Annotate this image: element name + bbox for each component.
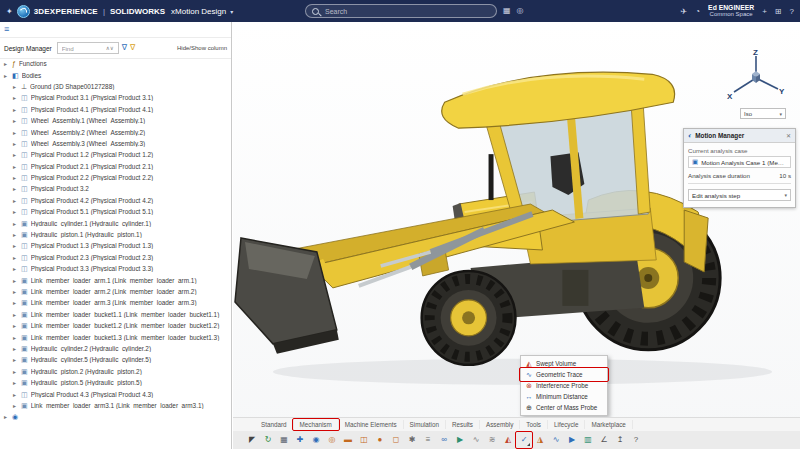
expand-chevron-icon[interactable]: ▸: [13, 254, 18, 261]
tree-item[interactable]: ▸ ▣ Link_member_loader_arm3.1 (Link_memb…: [0, 400, 231, 411]
expand-chevron-icon[interactable]: ▸: [4, 413, 9, 420]
tree-item[interactable]: ▸ ◫ Physical Product 1.2 (Physical Produ…: [0, 149, 231, 160]
help-tool-icon[interactable]: ?: [629, 433, 643, 447]
tree-item[interactable]: ▸ ⊥ Ground (3D Shape00127288): [0, 81, 231, 92]
coupler-icon[interactable]: ∞: [437, 433, 451, 447]
expand-chevron-icon[interactable]: ▸: [13, 391, 18, 398]
expand-chevron-icon[interactable]: ▸: [4, 60, 9, 67]
compass-logo-icon[interactable]: [17, 5, 30, 18]
expand-chevron-icon[interactable]: ▸: [13, 402, 18, 409]
tree-item[interactable]: ▸ ◫ Physical Product 2.1 (Physical Produ…: [0, 161, 231, 172]
tree-item[interactable]: ▸ ◫ Physical Product 3.1 (Physical Produ…: [0, 92, 231, 103]
expand-chevron-icon[interactable]: ▸: [13, 379, 18, 386]
home-icon[interactable]: ✦: [6, 7, 13, 16]
expand-chevron-icon[interactable]: ▸: [13, 231, 18, 238]
expand-chevron-icon[interactable]: ▸: [13, 334, 18, 341]
station-icon[interactable]: ▦: [503, 3, 511, 18]
tree-item[interactable]: ▸ ▣ Link_member_loader_bucket1.3 (Link_m…: [0, 331, 231, 342]
view-selector[interactable]: Iso ▾: [740, 108, 786, 119]
mechanism-manager-icon[interactable]: ◉: [309, 433, 323, 447]
expand-chevron-icon[interactable]: ▸: [13, 220, 18, 227]
action-bar-tab[interactable]: Lifecycle: [548, 420, 586, 429]
motion-manager-header[interactable]: ◐ Motion Manager ✕: [684, 129, 795, 143]
panel-title[interactable]: Design Manager: [4, 45, 52, 52]
expand-chevron-icon[interactable]: ▸: [13, 345, 18, 352]
action-bar-tab[interactable]: Tools: [520, 420, 548, 429]
tree-item[interactable]: ▸ ▣ Link_member_loader_arm.1 (Link_membe…: [0, 274, 231, 285]
close-icon[interactable]: ✕: [786, 132, 791, 139]
menu-item[interactable]: ⊕ Center of Mass Probe: [521, 402, 607, 413]
filter-icon[interactable]: ∇: [122, 44, 127, 52]
hide-show-column-button[interactable]: Hide/Show column: [177, 45, 227, 51]
motor-icon[interactable]: ▶: [453, 433, 467, 447]
results-icon[interactable]: ▥: [581, 433, 595, 447]
expand-chevron-icon[interactable]: ▸: [13, 242, 18, 249]
expand-chevron-icon[interactable]: ▸: [13, 185, 18, 192]
tree-item[interactable]: ▸ ▣ Hydraulic_piston.2 (Hydraulic_piston…: [0, 366, 231, 377]
tree-item[interactable]: ▸ ◫ Wheel_Assembly.1 (Wheel_Assembly.1): [0, 115, 231, 126]
panel-menu-icon[interactable]: ≡: [4, 25, 9, 34]
expand-chevron-icon[interactable]: ▸: [13, 163, 18, 170]
tree-item[interactable]: ▸ ◫ Physical Product 3.3 (Physical Produ…: [0, 263, 231, 274]
expand-chevron-icon[interactable]: ▸: [13, 83, 18, 90]
expand-chevron-icon[interactable]: ▸: [13, 129, 18, 136]
spring-icon[interactable]: ∿: [469, 433, 483, 447]
find-nav-icons[interactable]: ∧∨: [106, 45, 114, 51]
notifications-icon[interactable]: ◔: [695, 4, 700, 19]
3d-viewport[interactable]: Z Y X Iso ▾ ◐ Motion Manager ✕ Current a…: [233, 22, 800, 449]
app-switcher-caret-icon[interactable]: ▾: [230, 8, 233, 15]
action-bar-tab[interactable]: Results: [446, 420, 480, 429]
tree-item[interactable]: ▸ ◫ Physical Product 2.3 (Physical Produ…: [0, 252, 231, 263]
select-tool-icon[interactable]: ◤: [245, 433, 259, 447]
expand-chevron-icon[interactable]: ▸: [13, 174, 18, 181]
damper-icon[interactable]: ≋: [485, 433, 499, 447]
tree-item[interactable]: ▸ ƒ Functions: [0, 58, 231, 69]
new-joint-icon[interactable]: ✚: [293, 433, 307, 447]
tree-item[interactable]: ▸ ◧ Bodies: [0, 69, 231, 80]
tree-item[interactable]: ▸ ◫ Physical Product 5.1 (Physical Produ…: [0, 206, 231, 217]
share-icon[interactable]: ✈: [681, 4, 688, 19]
tree-item[interactable]: ▸ ◫ Physical Product 1.3 (Physical Produ…: [0, 240, 231, 251]
action-bar-tab[interactable]: Standard: [255, 420, 294, 429]
update-icon[interactable]: ↻: [261, 433, 275, 447]
filter-active-icon[interactable]: ∇: [130, 44, 135, 52]
tree-item[interactable]: ▸ ▣ Link_member_loader_arm.3 (Link_membe…: [0, 297, 231, 308]
tree-item[interactable]: ▸ ◫ Physical Product 4.3 (Physical Produ…: [0, 388, 231, 399]
action-bar-tab[interactable]: Mechanism: [294, 420, 339, 429]
apps-grid-icon[interactable]: ⊞: [775, 4, 782, 19]
menu-item[interactable]: ◭ Swept Volume: [521, 358, 607, 369]
tree-item[interactable]: ▸ ▣ Hydraulic_piston.1 (Hydraulic_piston…: [0, 229, 231, 240]
cylindrical-joint-icon[interactable]: ◫: [357, 433, 371, 447]
tree-item[interactable]: ▸ ◫ Physical Product 4.2 (Physical Produ…: [0, 195, 231, 206]
contact-icon[interactable]: ◭: [501, 433, 515, 447]
expand-chevron-icon[interactable]: ▸: [13, 117, 18, 124]
action-bar-tab[interactable]: Simulation: [404, 420, 446, 429]
expand-chevron-icon[interactable]: ▸: [13, 94, 18, 101]
expand-chevron-icon[interactable]: ▸: [13, 277, 18, 284]
expand-chevron-icon[interactable]: ▸: [13, 265, 18, 272]
expand-chevron-icon[interactable]: ▸: [13, 368, 18, 375]
expand-chevron-icon[interactable]: ▸: [13, 208, 18, 215]
duration-value[interactable]: 10 s: [779, 172, 791, 179]
probes-flyout-icon[interactable]: ✓: [517, 433, 531, 447]
orientation-triad[interactable]: Z Y X: [726, 48, 786, 104]
menu-item[interactable]: ∿ Geometric Trace: [521, 369, 607, 380]
tag-icon[interactable]: ◎: [517, 3, 524, 18]
expand-chevron-icon[interactable]: ▸: [13, 288, 18, 295]
expand-chevron-icon[interactable]: ▸: [13, 311, 18, 318]
menu-item[interactable]: ↔ Minimum Distance: [521, 391, 607, 402]
tree-item[interactable]: ▸ ▣ Hydraulic_cylinder.5 (Hydraulic_cyli…: [0, 354, 231, 365]
export-icon[interactable]: ↥: [613, 433, 627, 447]
trace-icon[interactable]: ∿: [549, 433, 563, 447]
planar-joint-icon[interactable]: ◻: [389, 433, 403, 447]
expand-chevron-icon[interactable]: ▸: [4, 72, 9, 79]
gear-joint-icon[interactable]: ✱: [405, 433, 419, 447]
user-info[interactable]: Ed ENGINEER Common Space: [708, 4, 754, 18]
swept-volume-icon[interactable]: ◮: [533, 433, 547, 447]
action-bar-tab[interactable]: Machine Elements: [339, 420, 404, 429]
tree-item[interactable]: ▸ ▣ Link_member_loader_bucket1.2 (Link_m…: [0, 320, 231, 331]
app-title[interactable]: xMotion Design: [171, 7, 226, 16]
tree-item[interactable]: ▸ ◉: [0, 411, 231, 422]
help-icon[interactable]: ?: [790, 4, 794, 19]
expand-chevron-icon[interactable]: ▸: [13, 197, 18, 204]
